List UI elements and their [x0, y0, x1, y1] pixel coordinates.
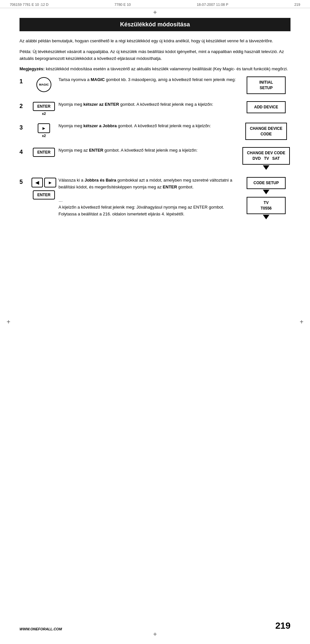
- footer: WWW.ONEFORALL.COM 219: [19, 621, 291, 631]
- reg-mark-bottom: [152, 631, 158, 637]
- step-1-display: INITIALSETUP: [242, 76, 291, 94]
- step-1: 1 MAGIC Tartsa nyomva a MAGIC gombot kb.…: [19, 76, 291, 94]
- step-4: 4 ENTER Nyomja meg az ENTER gombot. A kö…: [19, 147, 291, 170]
- x2-label-2: x2: [42, 112, 46, 116]
- step-5-display: CODE SETUP TVT0556: [242, 177, 291, 219]
- step-1-icon: MAGIC: [29, 76, 58, 92]
- display-initial-setup: INITIALSETUP: [247, 76, 286, 94]
- x2-label-3: x2: [42, 134, 46, 138]
- page: 706159 7781 E 10 :12 D 7780 E 10 18-07-2…: [0, 0, 310, 644]
- step-3-icon: ► x2: [29, 123, 58, 138]
- header-col1: 706159 7781 E 10 :12 D: [10, 3, 48, 7]
- arrow-down-4: [263, 165, 269, 170]
- intro-paragraph-1: Az alábbi példán bemutatjuk, hogyan cser…: [19, 38, 291, 45]
- magic-button-icon: MAGIC: [36, 77, 51, 92]
- main-content: Készülékkód módosítása Az alábbi példán …: [0, 8, 310, 246]
- step-5-number: 5: [19, 179, 29, 185]
- step-3: 3 ► x2 Nyomja meg kétszer a Jobbra gombo…: [19, 123, 291, 140]
- display-change-device-code: CHANGE DEVICECODE: [245, 123, 287, 140]
- step-1-text: Tartsa nyomva a MAGIC gombot kb. 3 másod…: [58, 76, 242, 83]
- step-2-display: ADD DEVICE: [242, 101, 291, 113]
- step-4-icon: ENTER: [29, 147, 58, 157]
- note-bold: Megjegyzés:: [19, 66, 45, 71]
- header-meta: 706159 7781 E 10 :12 D 7780 E 10 18-07-2…: [0, 0, 310, 8]
- enter-button-icon-2: ENTER: [33, 102, 55, 111]
- reg-mark-right: [298, 319, 305, 325]
- note-paragraph: Megjegyzés: készülékkód módosítása eseté…: [19, 66, 291, 73]
- step-5-icon: ◀ ► ENTER: [29, 177, 58, 199]
- step-2-icon: ENTER x2: [29, 101, 58, 116]
- page-title: Készülékkód módosítása: [19, 18, 291, 31]
- step-3-display: CHANGE DEVICECODE: [242, 123, 291, 140]
- footer-url: WWW.ONEFORALL.COM: [19, 627, 62, 631]
- enter-button-icon-4: ENTER: [33, 148, 55, 157]
- step-3-text: Nyomja meg kétszer a Jobbra gombot. A kö…: [58, 123, 242, 130]
- step-2-text: Nyomja meg kétszer az ENTER gombot. A kö…: [58, 101, 242, 108]
- header-col4: 219: [294, 3, 300, 7]
- step-5: 5 ◀ ► ENTER Válassza ki a Jobbra és Balr…: [19, 177, 291, 219]
- intro-paragraph-2: Példa: Új tévékészüléket vásárolt a napp…: [19, 48, 291, 62]
- step-2-number: 2: [19, 103, 29, 110]
- arrow-right-button-icon-5: ►: [44, 178, 57, 187]
- step-5-arrows: ◀ ►: [32, 178, 57, 187]
- display-change-dev-code: CHANGE DEV CODEDVD TV SAT: [242, 147, 290, 165]
- reg-mark-top: [152, 9, 158, 16]
- display-add-device: ADD DEVICE: [247, 101, 286, 113]
- step-4-display: CHANGE DEV CODEDVD TV SAT: [242, 147, 291, 170]
- note-content: készülékkód módosítása esetén a távvezér…: [45, 66, 288, 71]
- step-1-number: 1: [19, 78, 29, 85]
- enter-button-icon-5: ENTER: [33, 190, 55, 199]
- arrow-down-5b: [263, 215, 269, 219]
- step-2: 2 ENTER x2 Nyomja meg kétszer az ENTER g…: [19, 101, 291, 116]
- step-4-number: 4: [19, 149, 29, 156]
- arrow-left-button-icon: ◀: [32, 178, 43, 187]
- reg-mark-left: [5, 319, 12, 325]
- footer-page-number: 219: [275, 621, 291, 631]
- step-3-number: 3: [19, 124, 29, 131]
- step-4-text: Nyomja meg az ENTER gombot. A következő …: [58, 147, 242, 154]
- arrow-down-5: [263, 190, 269, 194]
- arrow-right-button-icon: ►: [38, 123, 50, 133]
- steps-area: 1 MAGIC Tartsa nyomva a MAGIC gombot kb.…: [19, 76, 291, 219]
- display-code-setup: CODE SETUP: [247, 177, 286, 189]
- header-col2: 7780 E 10: [114, 3, 131, 7]
- header-col3: 18-07-2007 11:08 P: [197, 3, 228, 7]
- display-tv-code: TVT0556: [247, 197, 286, 214]
- step-5-text: Válassza ki a Jobbra és Balra gombokkal …: [58, 177, 242, 218]
